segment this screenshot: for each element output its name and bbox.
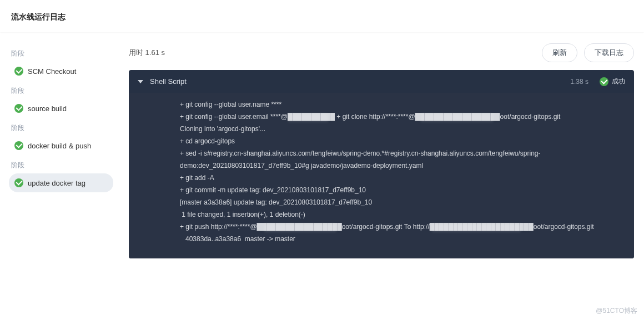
stage-item-update-docker-tag[interactable]: update docker tag	[9, 173, 113, 192]
log-line: + git commit -m update tag: dev_20210803…	[180, 184, 624, 196]
stage-heading: 阶段	[9, 118, 113, 136]
page-title: 流水线运行日志	[0, 0, 644, 32]
stage-item-source-build[interactable]: source build	[9, 99, 113, 118]
stage-sidebar: 阶段 SCM Checkout 阶段 source build 阶段 docke…	[0, 32, 122, 319]
log-step-header[interactable]: Shell Script 1.38 s 成功	[129, 70, 634, 93]
log-step-duration: 1.38 s	[570, 78, 588, 86]
log-line: + git push http://****:****@████████████…	[180, 223, 402, 231]
log-line: To http://██████████████████████oot/argo…	[404, 223, 594, 231]
main-content: 用时 1.61 s 刷新 下载日志 Shell Script 1.38 s 成功	[122, 32, 644, 319]
stage-heading: 阶段	[9, 81, 113, 99]
duration-label: 用时 1.61 s	[129, 48, 165, 58]
stage-label-text: docker build & push	[28, 142, 91, 150]
stage-item-docker-build-push[interactable]: docker build & push	[9, 136, 113, 155]
stage-heading: 阶段	[9, 43, 113, 62]
log-line: + git config --global user.name ****	[180, 98, 624, 111]
check-icon	[14, 104, 23, 113]
stage-label-text: update docker tag	[28, 179, 85, 187]
log-step-title: Shell Script	[150, 77, 564, 86]
log-body: + git config --global user.name **** + g…	[129, 93, 634, 258]
stage-item-scm-checkout[interactable]: SCM Checkout	[9, 62, 113, 81]
stage-label-text: SCM Checkout	[28, 67, 76, 76]
log-line: 40383da..a3a38a6 master -> master	[180, 233, 624, 245]
log-line: Cloning into 'argocd-gitops'...	[180, 123, 624, 135]
check-icon	[600, 77, 608, 86]
chevron-down-icon	[138, 80, 143, 83]
stage-heading: 阶段	[9, 155, 113, 173]
check-icon	[14, 141, 23, 150]
stage-label-text: source build	[28, 104, 67, 113]
refresh-button[interactable]: 刷新	[542, 43, 577, 62]
log-line: + git add -A	[180, 172, 624, 184]
log-step-status: 成功	[600, 77, 625, 86]
watermark: @51CTO博客	[596, 306, 637, 316]
check-icon	[14, 67, 23, 76]
log-line: + cd argocd-gitops	[180, 135, 624, 147]
log-line: + git clone http://****:****@███████████…	[336, 113, 560, 121]
log-line: + sed -i s#registry.cn-shanghai.aliyuncs…	[180, 147, 624, 172]
log-line: 1 file changed, 1 insertion(+), 1 deleti…	[180, 208, 624, 221]
log-line: [master a3a38a6] update tag: dev_2021080…	[180, 196, 624, 208]
check-icon	[14, 178, 23, 187]
log-line: + git config --global user.email ****@██…	[180, 113, 335, 121]
log-step-status-label: 成功	[612, 77, 625, 86]
download-log-button[interactable]: 下载日志	[584, 43, 634, 62]
log-panel: Shell Script 1.38 s 成功 + git config --gl…	[129, 70, 634, 258]
